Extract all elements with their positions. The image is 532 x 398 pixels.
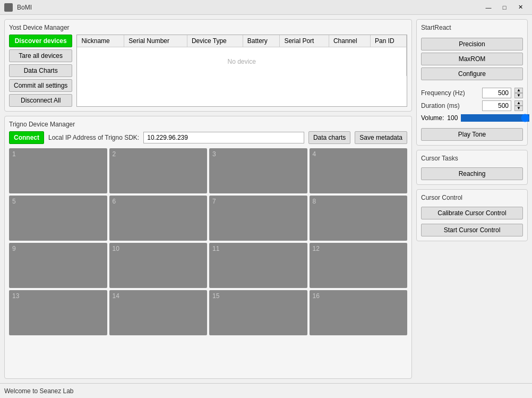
col-nickname: Nickname: [77, 35, 124, 47]
cursor-control-section: Cursor Control Calibrate Cursor Control …: [416, 189, 528, 241]
sr-buttons: Precision MaxROM Configure: [421, 38, 523, 80]
startreact-title: StartReact: [421, 24, 523, 31]
duration-spinner: ▲ ▼: [514, 100, 523, 111]
trigno-ip-label: Local IP Address of Trigno SDK:: [48, 134, 139, 141]
yost-inner: Discover devices Tare all devices Data C…: [9, 35, 407, 107]
maximize-button[interactable]: □: [497, 2, 512, 13]
left-panel: Yost Device Manager Discover devices Tar…: [4, 19, 412, 379]
frequency-label: Frequency (Hz): [421, 89, 479, 97]
sensor-7: 7: [209, 196, 307, 241]
sensor-10: 10: [109, 243, 208, 288]
no-device-row: No device: [77, 47, 406, 77]
trigno-section: Trigno Device Manager Connect Local IP A…: [4, 116, 412, 379]
sensor-4: 4: [310, 148, 408, 193]
sensor-5: 5: [9, 196, 107, 241]
volume-value: 100: [447, 114, 458, 122]
disconnect-all-button[interactable]: Disconnect All: [9, 94, 72, 107]
col-channel: Channel: [329, 35, 370, 47]
status-bar: Welcome to Seanez Lab: [0, 383, 532, 398]
minimize-button[interactable]: —: [481, 2, 496, 13]
col-battery: Battery: [243, 35, 280, 47]
trigno-title: Trigno Device Manager: [9, 121, 407, 128]
duration-down-button[interactable]: ▼: [514, 106, 523, 111]
maxrom-button[interactable]: MaxROM: [421, 53, 523, 65]
sensor-3: 3: [209, 148, 307, 193]
volume-slider[interactable]: [461, 114, 529, 122]
sensor-8: 8: [310, 196, 408, 241]
trigno-data-charts-button[interactable]: Data charts: [308, 131, 350, 144]
cursor-tasks-title: Cursor Tasks: [421, 155, 523, 162]
cursor-control-title: Cursor Control: [421, 194, 523, 201]
window-controls: — □ ✕: [481, 2, 528, 13]
frequency-down-button[interactable]: ▼: [514, 93, 523, 98]
sensor-14: 14: [109, 290, 208, 335]
app-icon: [4, 3, 13, 12]
sensor-11: 11: [209, 243, 307, 288]
yost-section: Yost Device Manager Discover devices Tar…: [4, 19, 412, 112]
frequency-spinner: ▲ ▼: [514, 88, 523, 98]
params-area: Frequency (Hz) ▲ ▼ Duration (ms) ▲ ▼: [421, 88, 523, 122]
col-serial-port: Serial Port: [280, 35, 329, 47]
sensor-16: 16: [310, 290, 408, 335]
sensor-15: 15: [209, 290, 307, 335]
sensor-9: 9: [9, 243, 107, 288]
window-title: BoMI: [17, 4, 477, 11]
duration-row: Duration (ms) ▲ ▼: [421, 100, 523, 111]
sensor-2: 2: [109, 148, 208, 193]
startreact-section: StartReact Precision MaxROM Configure Fr…: [416, 19, 528, 146]
configure-button[interactable]: Configure: [421, 67, 523, 80]
play-tone-button[interactable]: Play Tone: [421, 128, 523, 141]
sensor-1: 1: [9, 148, 107, 193]
status-text: Welcome to Seanez Lab: [4, 387, 74, 395]
data-charts-button[interactable]: Data Charts: [9, 64, 72, 77]
tare-all-button[interactable]: Tare all devices: [9, 49, 72, 62]
cursor-tasks-section: Cursor Tasks Reaching: [416, 150, 528, 185]
close-button[interactable]: ✕: [513, 2, 528, 13]
main-content: Yost Device Manager Discover devices Tar…: [0, 15, 532, 383]
title-bar: BoMI — □ ✕: [0, 0, 532, 15]
discover-devices-button[interactable]: Discover devices: [9, 35, 72, 47]
sensor-13: 13: [9, 290, 107, 335]
yost-buttons: Discover devices Tare all devices Data C…: [9, 35, 72, 107]
save-metadata-button[interactable]: Save metadata: [355, 131, 407, 144]
duration-up-button[interactable]: ▲: [514, 100, 523, 106]
sensor-12: 12: [310, 243, 408, 288]
sensor-6: 6: [109, 196, 208, 241]
duration-input[interactable]: [482, 100, 511, 111]
sensor-grid: 1 2 3 4 5 6 7 8 9 10 11 12 13 14 15 16: [9, 148, 407, 335]
no-device-text: No device: [77, 47, 406, 77]
trigno-connect-button[interactable]: Connect: [9, 131, 44, 144]
start-cursor-button[interactable]: Start Cursor Control: [421, 224, 523, 236]
precision-button[interactable]: Precision: [421, 38, 523, 50]
frequency-up-button[interactable]: ▲: [514, 88, 523, 93]
device-table-container: Nickname Serial Number Device Type Batte…: [76, 35, 407, 107]
reaching-button[interactable]: Reaching: [421, 167, 523, 180]
volume-row: Volume: 100: [421, 114, 523, 122]
frequency-input[interactable]: [482, 88, 511, 98]
commit-settings-button[interactable]: Commit all settings: [9, 79, 72, 92]
frequency-row: Frequency (Hz) ▲ ▼: [421, 88, 523, 98]
col-device-type: Device Type: [187, 35, 243, 47]
device-table: Nickname Serial Number Device Type Batte…: [77, 35, 407, 76]
col-serial: Serial Number: [124, 35, 187, 47]
right-panel: StartReact Precision MaxROM Configure Fr…: [416, 19, 528, 379]
yost-title: Yost Device Manager: [9, 24, 407, 31]
col-pan-id: Pan ID: [370, 35, 406, 47]
volume-label: Volume:: [421, 114, 444, 122]
calibrate-cursor-button[interactable]: Calibrate Cursor Control: [421, 207, 523, 219]
trigno-ip-input[interactable]: [143, 132, 304, 143]
duration-label: Duration (ms): [421, 102, 479, 109]
trigno-controls: Connect Local IP Address of Trigno SDK: …: [9, 131, 407, 144]
